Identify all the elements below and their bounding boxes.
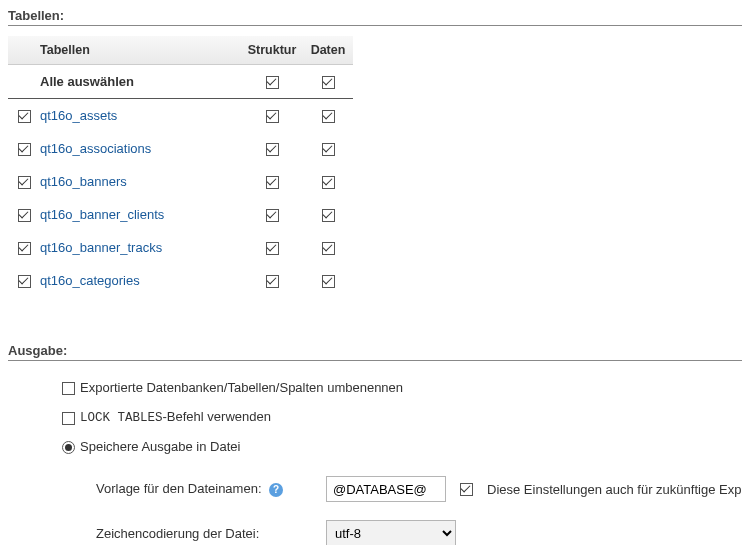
section-header-tables: Tabellen:: [8, 4, 742, 26]
charset-select[interactable]: utf-8: [326, 520, 456, 545]
tables-scroll-container[interactable]: Tabellen Struktur Daten Alle auswählen q…: [8, 36, 353, 301]
col-data: Daten: [303, 36, 353, 65]
row-data-checkbox[interactable]: [322, 209, 335, 222]
col-name: Tabellen: [36, 36, 241, 65]
save-to-file-radio[interactable]: [62, 441, 75, 454]
row-name[interactable]: qt16o_banner_tracks: [36, 231, 241, 264]
table-row: qt16o_banner_clients: [8, 198, 353, 231]
row-data-checkbox[interactable]: [322, 275, 335, 288]
col-select: [8, 36, 36, 65]
row-data-checkbox[interactable]: [322, 176, 335, 189]
row-select-checkbox[interactable]: [18, 209, 31, 222]
row-select-checkbox[interactable]: [18, 242, 31, 255]
row-structure-checkbox[interactable]: [266, 275, 279, 288]
lock-tables-label: LOCK TABLES-Befehl verwenden: [80, 409, 271, 425]
lock-tables-suffix: -Befehl verwenden: [163, 409, 271, 424]
row-structure-checkbox[interactable]: [266, 176, 279, 189]
save-future-label: Diese Einstellungen auch für zukünftige …: [487, 482, 741, 497]
select-all-structure-checkbox[interactable]: [266, 76, 279, 89]
row-name[interactable]: qt16o_categories: [36, 264, 241, 297]
select-all-label[interactable]: Alle auswählen: [36, 65, 241, 99]
select-all-row: Alle auswählen: [8, 65, 353, 99]
table-row: qt16o_associations: [8, 132, 353, 165]
row-name[interactable]: qt16o_associations: [36, 132, 241, 165]
row-select-checkbox[interactable]: [18, 143, 31, 156]
row-select-checkbox[interactable]: [18, 110, 31, 123]
row-select-checkbox[interactable]: [18, 176, 31, 189]
table-header-row: Tabellen Struktur Daten: [8, 36, 353, 65]
row-structure-checkbox[interactable]: [266, 209, 279, 222]
table-row: qt16o_banners: [8, 165, 353, 198]
row-data-checkbox[interactable]: [322, 143, 335, 156]
filename-template-label: Vorlage für den Dateinamen: ?: [96, 481, 326, 497]
row-structure-checkbox[interactable]: [266, 110, 279, 123]
row-name[interactable]: qt16o_assets: [36, 99, 241, 133]
select-all-data-checkbox[interactable]: [322, 76, 335, 89]
row-structure-checkbox[interactable]: [266, 143, 279, 156]
section-header-output: Ausgabe:: [8, 339, 742, 361]
table-row: qt16o_banner_tracks: [8, 231, 353, 264]
lock-tables-cmd: LOCK TABLES: [80, 411, 163, 425]
table-row: qt16o_categories: [8, 264, 353, 297]
charset-label: Zeichencodierung der Datei:: [96, 526, 326, 541]
row-data-checkbox[interactable]: [322, 242, 335, 255]
row-select-checkbox[interactable]: [18, 275, 31, 288]
save-to-file-label: Speichere Ausgabe in Datei: [80, 439, 240, 454]
row-data-checkbox[interactable]: [322, 110, 335, 123]
row-name[interactable]: qt16o_banner_clients: [36, 198, 241, 231]
rename-label: Exportierte Datenbanken/Tabellen/Spalten…: [80, 380, 403, 395]
filename-template-input[interactable]: [326, 476, 446, 502]
col-structure: Struktur: [241, 36, 303, 65]
row-structure-checkbox[interactable]: [266, 242, 279, 255]
tables-list: Tabellen Struktur Daten Alle auswählen q…: [8, 36, 353, 297]
table-row: qt16o_assets: [8, 99, 353, 133]
rename-checkbox[interactable]: [62, 382, 75, 395]
row-name[interactable]: qt16o_banners: [36, 165, 241, 198]
help-icon[interactable]: ?: [269, 483, 283, 497]
save-future-checkbox[interactable]: [460, 483, 473, 496]
lock-tables-checkbox[interactable]: [62, 412, 75, 425]
